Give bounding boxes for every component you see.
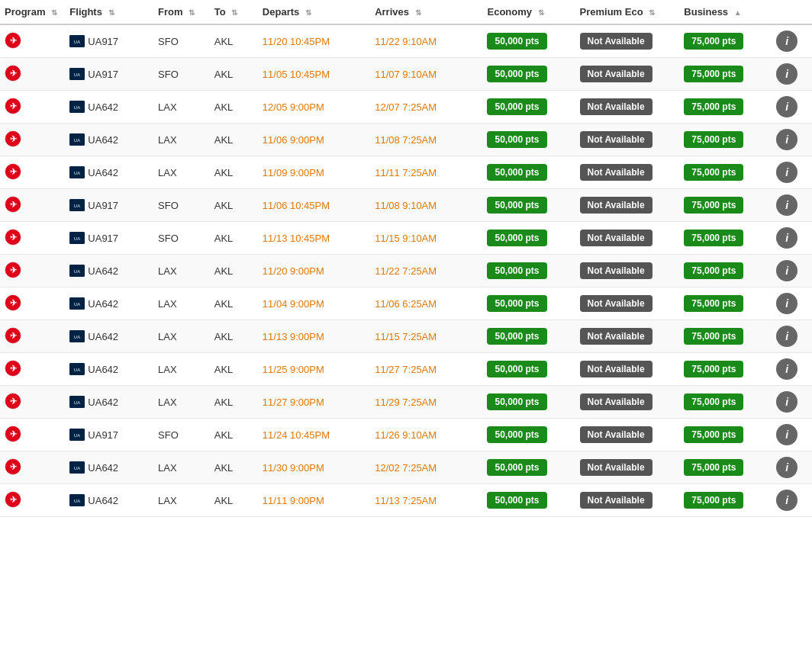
business-cell[interactable]: 75,000 pts xyxy=(679,484,772,517)
economy-badge[interactable]: 50,000 pts xyxy=(487,33,546,50)
col-header-program[interactable]: Program ⇅ xyxy=(0,0,65,24)
economy-badge[interactable]: 50,000 pts xyxy=(487,197,546,214)
info-cell[interactable]: i xyxy=(772,156,812,189)
economy-badge[interactable]: 50,000 pts xyxy=(487,230,546,246)
premeco-badge[interactable]: Not Available xyxy=(580,164,652,181)
economy-cell[interactable]: 50,000 pts xyxy=(482,287,575,320)
info-cell[interactable]: i xyxy=(772,124,812,156)
info-button[interactable]: i xyxy=(776,129,798,150)
col-header-departs[interactable]: Departs ⇅ xyxy=(258,0,370,24)
premeco-badge[interactable]: Not Available xyxy=(580,66,652,82)
economy-badge[interactable]: 50,000 pts xyxy=(487,361,546,377)
business-badge[interactable]: 75,000 pts xyxy=(684,328,743,345)
premeco-cell[interactable]: Not Available xyxy=(575,287,680,320)
info-button[interactable]: i xyxy=(776,162,798,183)
info-button[interactable]: i xyxy=(776,358,798,380)
info-cell[interactable]: i xyxy=(772,222,812,255)
economy-cell[interactable]: 50,000 pts xyxy=(482,156,575,189)
economy-cell[interactable]: 50,000 pts xyxy=(482,451,575,484)
info-cell[interactable]: i xyxy=(772,320,812,353)
economy-badge[interactable]: 50,000 pts xyxy=(487,295,546,312)
premeco-badge[interactable]: Not Available xyxy=(580,230,652,246)
economy-cell[interactable]: 50,000 pts xyxy=(482,222,575,255)
economy-cell[interactable]: 50,000 pts xyxy=(482,189,575,222)
premeco-cell[interactable]: Not Available xyxy=(575,24,680,58)
info-button[interactable]: i xyxy=(776,457,798,478)
premeco-badge[interactable]: Not Available xyxy=(580,459,652,476)
business-cell[interactable]: 75,000 pts xyxy=(679,287,772,320)
info-cell[interactable]: i xyxy=(772,287,812,320)
info-cell[interactable]: i xyxy=(772,419,812,451)
economy-cell[interactable]: 50,000 pts xyxy=(482,24,575,58)
col-header-flights[interactable]: Flights ⇅ xyxy=(65,0,153,24)
business-badge[interactable]: 75,000 pts xyxy=(684,197,743,214)
business-badge[interactable]: 75,000 pts xyxy=(684,164,743,181)
premeco-cell[interactable]: Not Available xyxy=(575,386,680,419)
info-cell[interactable]: i xyxy=(772,255,812,287)
business-cell[interactable]: 75,000 pts xyxy=(679,320,772,353)
economy-cell[interactable]: 50,000 pts xyxy=(482,386,575,419)
economy-cell[interactable]: 50,000 pts xyxy=(482,484,575,517)
col-header-premeco[interactable]: Premium Eco ⇅ xyxy=(575,0,680,24)
info-cell[interactable]: i xyxy=(772,353,812,386)
business-cell[interactable]: 75,000 pts xyxy=(679,189,772,222)
business-badge[interactable]: 75,000 pts xyxy=(684,262,743,279)
info-button[interactable]: i xyxy=(776,326,798,347)
business-badge[interactable]: 75,000 pts xyxy=(684,98,743,115)
economy-cell[interactable]: 50,000 pts xyxy=(482,353,575,386)
col-header-from[interactable]: From ⇅ xyxy=(153,0,210,24)
business-badge[interactable]: 75,000 pts xyxy=(684,393,743,410)
premeco-badge[interactable]: Not Available xyxy=(580,328,652,345)
premeco-badge[interactable]: Not Available xyxy=(580,361,652,377)
economy-badge[interactable]: 50,000 pts xyxy=(487,98,546,115)
col-header-business[interactable]: Business ▲ xyxy=(679,0,772,24)
business-cell[interactable]: 75,000 pts xyxy=(679,386,772,419)
economy-badge[interactable]: 50,000 pts xyxy=(487,426,546,443)
economy-cell[interactable]: 50,000 pts xyxy=(482,320,575,353)
business-badge[interactable]: 75,000 pts xyxy=(684,131,743,148)
economy-badge[interactable]: 50,000 pts xyxy=(487,164,546,181)
info-button[interactable]: i xyxy=(776,490,798,511)
info-button[interactable]: i xyxy=(776,227,798,249)
business-cell[interactable]: 75,000 pts xyxy=(679,156,772,189)
info-button[interactable]: i xyxy=(776,96,798,117)
info-button[interactable]: i xyxy=(776,260,798,281)
business-badge[interactable]: 75,000 pts xyxy=(684,361,743,377)
business-cell[interactable]: 75,000 pts xyxy=(679,124,772,156)
info-cell[interactable]: i xyxy=(772,91,812,124)
business-badge[interactable]: 75,000 pts xyxy=(684,230,743,246)
premeco-cell[interactable]: Not Available xyxy=(575,58,680,91)
info-cell[interactable]: i xyxy=(772,484,812,517)
premeco-cell[interactable]: Not Available xyxy=(575,353,680,386)
premeco-badge[interactable]: Not Available xyxy=(580,131,652,148)
premeco-badge[interactable]: Not Available xyxy=(580,33,652,50)
premeco-badge[interactable]: Not Available xyxy=(580,295,652,312)
premeco-cell[interactable]: Not Available xyxy=(575,255,680,287)
business-cell[interactable]: 75,000 pts xyxy=(679,451,772,484)
business-cell[interactable]: 75,000 pts xyxy=(679,353,772,386)
info-button[interactable]: i xyxy=(776,391,798,413)
economy-cell[interactable]: 50,000 pts xyxy=(482,124,575,156)
premeco-badge[interactable]: Not Available xyxy=(580,262,652,279)
premeco-badge[interactable]: Not Available xyxy=(580,492,652,509)
info-button[interactable]: i xyxy=(776,194,798,216)
business-cell[interactable]: 75,000 pts xyxy=(679,58,772,91)
economy-badge[interactable]: 50,000 pts xyxy=(487,131,546,148)
premeco-badge[interactable]: Not Available xyxy=(580,197,652,214)
info-button[interactable]: i xyxy=(776,63,798,85)
info-cell[interactable]: i xyxy=(772,189,812,222)
economy-cell[interactable]: 50,000 pts xyxy=(482,419,575,451)
business-badge[interactable]: 75,000 pts xyxy=(684,459,743,476)
economy-badge[interactable]: 50,000 pts xyxy=(487,262,546,279)
premeco-cell[interactable]: Not Available xyxy=(575,91,680,124)
business-cell[interactable]: 75,000 pts xyxy=(679,255,772,287)
premeco-cell[interactable]: Not Available xyxy=(575,419,680,451)
business-badge[interactable]: 75,000 pts xyxy=(684,33,743,50)
business-cell[interactable]: 75,000 pts xyxy=(679,419,772,451)
economy-cell[interactable]: 50,000 pts xyxy=(482,91,575,124)
col-header-economy[interactable]: Economy ⇅ xyxy=(482,0,575,24)
economy-badge[interactable]: 50,000 pts xyxy=(487,328,546,345)
premeco-cell[interactable]: Not Available xyxy=(575,156,680,189)
info-cell[interactable]: i xyxy=(772,451,812,484)
economy-badge[interactable]: 50,000 pts xyxy=(487,66,546,82)
